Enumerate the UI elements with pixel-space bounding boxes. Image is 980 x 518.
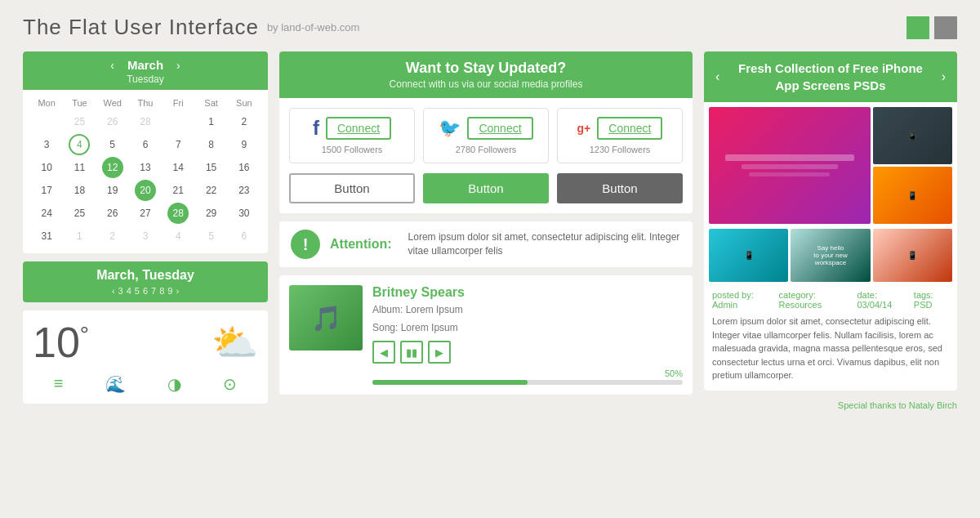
- button-dark[interactable]: Button: [557, 173, 683, 203]
- gplus-connect-btn[interactable]: Connect: [597, 117, 662, 140]
- date-nav-9[interactable]: 9: [167, 286, 172, 296]
- table-row[interactable]: 24: [36, 203, 57, 224]
- table-row[interactable]: 19: [102, 180, 123, 201]
- weather-icons-row: ≡ 🌊 ◑ ⊙: [33, 374, 258, 394]
- table-row[interactable]: 31: [36, 226, 57, 247]
- music-pause-btn[interactable]: ▮▮: [400, 341, 423, 364]
- weather-main: 10° ⛅: [33, 320, 258, 364]
- social-card-twitter: 🐦 Connect 2780 Followers: [423, 108, 549, 163]
- article-img4-placeholder: 📱: [709, 229, 788, 282]
- table-row[interactable]: 29: [201, 203, 222, 224]
- table-row[interactable]: 15: [201, 157, 222, 178]
- table-row[interactable]: 6: [234, 226, 255, 247]
- table-row[interactable]: 26: [102, 111, 123, 132]
- cal-dow-fri: Fri: [163, 96, 194, 109]
- article-meta: posted by: Admin category: Resources dat…: [704, 287, 957, 311]
- right-column: ‹ Fresh Collection of Free iPhoneApp Scr…: [704, 51, 957, 410]
- table-row[interactable]: 9: [234, 134, 255, 155]
- table-row[interactable]: 1: [201, 111, 222, 132]
- article-body: Lorem ipsum dolor sit amet, consectetur …: [704, 311, 957, 391]
- table-row[interactable]: 22: [201, 180, 222, 201]
- music-prev-btn[interactable]: ◀: [372, 341, 395, 364]
- table-row[interactable]: 11: [69, 157, 90, 178]
- facebook-connect-btn[interactable]: Connect: [326, 117, 391, 140]
- table-row[interactable]: 25: [69, 203, 90, 224]
- table-row[interactable]: 2: [102, 226, 123, 247]
- table-row[interactable]: 8: [201, 134, 222, 155]
- table-row[interactable]: 20: [135, 180, 156, 201]
- table-row[interactable]: 7: [167, 134, 189, 155]
- table-row[interactable]: 18: [69, 180, 90, 201]
- left-column: ‹ March › Tuesday Mon Tue Wed Thu Fri Sa…: [23, 51, 268, 410]
- table-row[interactable]: 2: [234, 111, 255, 132]
- table-row[interactable]: 17: [36, 180, 57, 201]
- table-row[interactable]: 5: [201, 226, 222, 247]
- table-row[interactable]: 28: [135, 111, 156, 132]
- social-card-facebook-inner: f Connect: [298, 117, 406, 140]
- social-card-facebook: f Connect 1500 Followers: [289, 108, 415, 163]
- music-info: Britney Spears Album: Lorem Ipsum Song: …: [372, 285, 683, 385]
- table-row[interactable]: 28: [167, 203, 189, 224]
- weather-wind-icon: ≡: [54, 374, 64, 394]
- table-row[interactable]: 4: [167, 226, 189, 247]
- calendar-prev-btn[interactable]: ‹: [110, 59, 114, 72]
- table-row[interactable]: 27: [135, 203, 156, 224]
- article-tags-value: PSD: [914, 300, 933, 310]
- music-player: 🎵 Britney Spears Album: Lorem Ipsum Song…: [279, 275, 693, 395]
- color-swatches: [906, 16, 957, 39]
- table-row[interactable]: 23: [234, 180, 255, 201]
- gplus-followers: 1230 Followers: [566, 145, 674, 154]
- table-row[interactable]: 10: [36, 157, 57, 178]
- googleplus-icon: g+: [577, 122, 591, 135]
- main-grid: ‹ March › Tuesday Mon Tue Wed Thu Fri Sa…: [23, 51, 957, 410]
- date-nav-5[interactable]: 5: [135, 286, 140, 296]
- date-nav-6[interactable]: 6: [143, 286, 148, 296]
- table-row[interactable]: 3: [36, 134, 57, 155]
- table-row[interactable]: 21: [167, 180, 189, 201]
- alert-widget: ! Attention: Lorem ipsum dolor sit amet,…: [279, 221, 693, 267]
- twitter-connect-btn[interactable]: Connect: [467, 117, 532, 140]
- article-img3-placeholder: 📱: [873, 167, 952, 224]
- swatch-green[interactable]: [906, 16, 929, 39]
- article-next-btn[interactable]: ›: [942, 69, 946, 84]
- music-thumbnail: 🎵: [289, 285, 363, 351]
- table-row[interactable]: 16: [234, 157, 255, 178]
- button-green[interactable]: Button: [423, 173, 549, 203]
- cal-dow-sun: Sun: [229, 96, 260, 109]
- date-nav-prev[interactable]: ‹: [112, 286, 115, 296]
- table-row[interactable]: 1: [69, 226, 90, 247]
- button-outline[interactable]: Button: [289, 173, 415, 203]
- table-row[interactable]: 6: [135, 134, 156, 155]
- date-nav-4[interactable]: 4: [127, 286, 131, 296]
- music-progress-bar[interactable]: [372, 380, 683, 385]
- date-nav-next[interactable]: ›: [176, 286, 179, 296]
- date-nav-7[interactable]: 7: [151, 286, 156, 296]
- table-row[interactable]: 13: [135, 157, 156, 178]
- table-row[interactable]: 12: [102, 157, 123, 178]
- social-header: Want to Stay Updated? Connect with us vi…: [279, 51, 693, 98]
- swatch-gray[interactable]: [934, 16, 957, 39]
- table-row[interactable]: 3: [135, 226, 156, 247]
- article-tags: tags: PSD: [914, 290, 949, 310]
- weather-temperature: 10°: [33, 321, 89, 364]
- article-image-grid-2: 📱 Say helloto your newworkspace 📱: [704, 229, 957, 287]
- table-row[interactable]: [167, 111, 189, 132]
- weather-widget: 10° ⛅ ≡ 🌊 ◑ ⊙: [23, 310, 268, 404]
- date-nav-8[interactable]: 8: [159, 286, 164, 296]
- table-row[interactable]: 4: [69, 134, 90, 155]
- music-thumb-image: 🎵: [289, 285, 363, 351]
- table-row[interactable]: 30: [234, 203, 255, 224]
- table-row[interactable]: 5: [102, 134, 123, 155]
- date-banner-title: March, Tuesday: [33, 268, 258, 283]
- calendar-next-btn[interactable]: ›: [176, 59, 180, 72]
- table-row[interactable]: [36, 111, 57, 132]
- table-row[interactable]: 25: [69, 111, 90, 132]
- table-row[interactable]: 26: [102, 203, 123, 224]
- calendar-day-label: Tuesday: [33, 74, 258, 85]
- music-next-btn[interactable]: ▶: [428, 341, 451, 364]
- cal-dow-wed: Wed: [97, 96, 128, 109]
- social-widget: Want to Stay Updated? Connect with us vi…: [279, 51, 693, 213]
- table-row[interactable]: 14: [167, 157, 189, 178]
- date-nav-3[interactable]: 3: [118, 286, 123, 296]
- facebook-icon: f: [313, 117, 319, 140]
